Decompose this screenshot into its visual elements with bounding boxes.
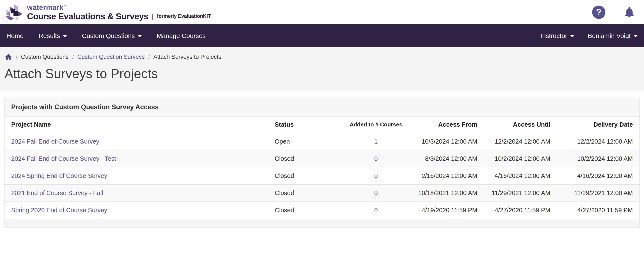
project-name-cell: 2021 End of Course Survey - Fall bbox=[4, 185, 268, 202]
course-count-link[interactable]: 0 bbox=[374, 189, 378, 196]
nav-item-label: Manage Courses bbox=[157, 32, 206, 40]
brand-name: watermark™ bbox=[27, 4, 211, 11]
breadcrumb-current-page: Attach Surveys to Projects bbox=[154, 54, 222, 60]
trademark-symbol: ™ bbox=[64, 5, 67, 8]
access-until-cell: 12/2/2024 12:00 AM bbox=[484, 133, 557, 150]
main-navbar: Home Results Custom Questions Manage Cou… bbox=[0, 24, 644, 47]
brand-text: watermark™ Course Evaluations & Surveys … bbox=[27, 4, 211, 21]
project-name-link[interactable]: 2021 End of Course Survey - Fall bbox=[11, 189, 103, 196]
project-name-link[interactable]: 2024 Spring End of Course Survey bbox=[11, 172, 107, 179]
project-name-cell: 2024 Fall End of Course Survey - Test bbox=[4, 150, 268, 167]
access-until-cell: 4/27/2020 11:59 PM bbox=[484, 202, 557, 219]
role-menu-label: Instructor bbox=[540, 32, 567, 40]
table-body: 2024 Fall End of Course Survey Open 1 10… bbox=[4, 133, 640, 219]
added-courses-cell: 0 bbox=[341, 150, 411, 167]
delivery-date-cell: 4/27/2020 11:59 PM bbox=[557, 202, 640, 219]
question-circle-icon: ? bbox=[592, 6, 606, 19]
access-from-cell: 10/3/2024 12:00 AM bbox=[411, 133, 484, 150]
caret-down-icon bbox=[138, 35, 142, 37]
projects-table: Project Name Status Added to # Courses A… bbox=[4, 117, 640, 219]
access-from-cell: 4/19/2020 11:59 PM bbox=[411, 202, 484, 219]
nav-item-label: Results bbox=[38, 32, 60, 40]
breadcrumb: / Custom Questions / Custom Question Sur… bbox=[4, 53, 640, 61]
access-until-cell: 11/29/2021 12:00 AM bbox=[484, 185, 557, 202]
delivery-date-cell: 4/16/2024 12:00 AM bbox=[557, 167, 640, 185]
table-row: Spring 2020 End of Course Survey Closed … bbox=[4, 202, 640, 219]
project-name-cell: 2024 Spring End of Course Survey bbox=[4, 167, 268, 185]
project-name-link[interactable]: 2024 Fall End of Course Survey - Test bbox=[11, 155, 116, 162]
bell-icon bbox=[623, 6, 636, 19]
page-header-strip: / Custom Questions / Custom Question Sur… bbox=[0, 47, 644, 91]
column-header-delivery-date: Delivery Date bbox=[557, 117, 640, 133]
breadcrumb-custom-questions[interactable]: Custom Questions bbox=[21, 54, 68, 60]
added-courses-cell: 1 bbox=[341, 133, 411, 150]
breadcrumb-separator: / bbox=[16, 54, 17, 60]
added-courses-cell: 0 bbox=[341, 167, 411, 185]
content-area: Projects with Custom Question Survey Acc… bbox=[0, 91, 644, 228]
breadcrumb-separator: / bbox=[72, 54, 74, 60]
access-from-cell: 2/16/2024 12:00 AM bbox=[411, 167, 484, 185]
status-cell: Closed bbox=[268, 167, 341, 185]
status-cell: Open bbox=[268, 133, 341, 150]
delivery-date-cell: 10/2/2024 12:00 AM bbox=[557, 150, 640, 167]
status-cell: Closed bbox=[268, 185, 341, 202]
home-icon[interactable] bbox=[4, 53, 12, 61]
breadcrumb-separator: / bbox=[148, 54, 150, 60]
role-menu-instructor[interactable]: Instructor bbox=[540, 32, 574, 40]
status-cell: Closed bbox=[268, 202, 341, 219]
table-header-row: Project Name Status Added to # Courses A… bbox=[4, 117, 640, 133]
delivery-date-cell: 11/29/2021 12:00 AM bbox=[557, 185, 640, 202]
notifications-button[interactable] bbox=[615, 0, 644, 24]
caret-down-icon bbox=[570, 35, 574, 37]
brand-divider: | bbox=[152, 13, 154, 20]
column-header-added-courses: Added to # Courses bbox=[341, 117, 411, 133]
nav-item-home[interactable]: Home bbox=[6, 32, 24, 40]
project-name-link[interactable]: 2024 Fall End of Course Survey bbox=[11, 138, 99, 145]
user-name-label: Benjamin Voigt bbox=[588, 32, 631, 40]
watermark-logo-icon bbox=[6, 4, 23, 21]
column-header-access-from: Access From bbox=[411, 117, 484, 133]
brand-logo-link[interactable]: watermark™ Course Evaluations & Surveys … bbox=[0, 0, 583, 24]
column-header-project-name: Project Name bbox=[4, 117, 268, 133]
page-title: Attach Surveys to Projects bbox=[4, 66, 640, 81]
column-header-status: Status bbox=[268, 117, 341, 133]
status-cell: Closed bbox=[268, 150, 341, 167]
table-row: 2021 End of Course Survey - Fall Closed … bbox=[4, 185, 640, 202]
product-name: Course Evaluations & Surveys bbox=[27, 12, 148, 21]
panel-footer bbox=[4, 219, 640, 227]
user-menu[interactable]: Benjamin Voigt bbox=[588, 32, 638, 40]
project-name-cell: 2024 Fall End of Course Survey bbox=[4, 133, 268, 150]
help-button[interactable]: ? bbox=[583, 0, 615, 24]
breadcrumb-custom-question-surveys[interactable]: Custom Question Surveys bbox=[78, 54, 145, 60]
project-name-link[interactable]: Spring 2020 End of Course Survey bbox=[11, 207, 107, 213]
course-count-link[interactable]: 0 bbox=[374, 207, 378, 213]
nav-item-results[interactable]: Results bbox=[38, 32, 67, 40]
top-header: watermark™ Course Evaluations & Surveys … bbox=[0, 0, 644, 24]
course-count-link[interactable]: 0 bbox=[374, 155, 378, 162]
projects-panel: Projects with Custom Question Survey Acc… bbox=[4, 98, 640, 228]
caret-down-icon bbox=[63, 35, 67, 37]
navbar-right: Instructor Benjamin Voigt bbox=[527, 32, 638, 40]
nav-item-manage-courses[interactable]: Manage Courses bbox=[157, 32, 206, 40]
nav-item-custom-questions[interactable]: Custom Questions bbox=[82, 32, 142, 40]
access-from-cell: 10/18/2021 12:00 AM bbox=[411, 185, 484, 202]
brand-tagline: formerly EvaluationKIT bbox=[157, 14, 211, 19]
delivery-date-cell: 12/2/2024 12:00 AM bbox=[557, 133, 640, 150]
nav-item-label: Home bbox=[6, 32, 24, 40]
table-row: 2024 Fall End of Course Survey - Test Cl… bbox=[4, 150, 640, 167]
nav-item-label: Custom Questions bbox=[82, 32, 135, 40]
table-row: 2024 Fall End of Course Survey Open 1 10… bbox=[4, 133, 640, 150]
access-until-cell: 4/16/2024 12:00 AM bbox=[484, 167, 557, 185]
access-from-cell: 8/3/2024 12:00 AM bbox=[411, 150, 484, 167]
access-until-cell: 10/2/2024 12:00 AM bbox=[484, 150, 557, 167]
course-count-link[interactable]: 1 bbox=[374, 138, 378, 145]
panel-heading: Projects with Custom Question Survey Acc… bbox=[4, 98, 640, 117]
caret-down-icon bbox=[634, 35, 638, 37]
course-count-link[interactable]: 0 bbox=[374, 172, 378, 179]
added-courses-cell: 0 bbox=[341, 185, 411, 202]
added-courses-cell: 0 bbox=[341, 202, 411, 219]
column-header-access-until: Access Until bbox=[484, 117, 557, 133]
table-row: 2024 Spring End of Course Survey Closed … bbox=[4, 167, 640, 185]
project-name-cell: Spring 2020 End of Course Survey bbox=[4, 202, 268, 219]
